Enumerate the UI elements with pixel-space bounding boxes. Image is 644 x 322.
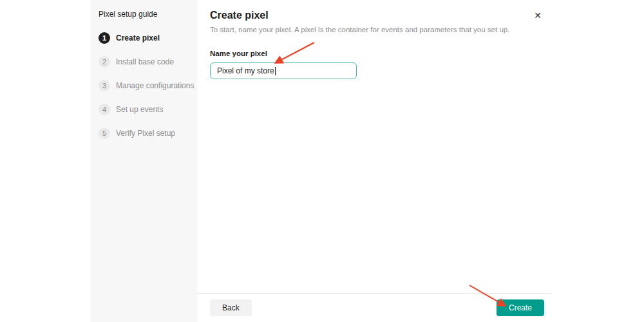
- pixel-name-label: Name your pixel: [210, 50, 539, 57]
- step-number-badge: 1: [99, 32, 110, 44]
- panel-description: To start, name your pixel. A pixel is th…: [210, 26, 539, 33]
- setup-steps-sidebar: Pixel setup guide 1 Create pixel 2 Insta…: [90, 0, 197, 322]
- pixel-setup-modal: Pixel setup guide 1 Create pixel 2 Insta…: [0, 0, 644, 322]
- step-label: Install base code: [116, 57, 174, 66]
- sidebar-step-verify-pixel-setup[interactable]: 5 Verify Pixel setup: [99, 128, 189, 139]
- step-number-badge: 4: [99, 104, 110, 115]
- step-number-badge: 2: [99, 56, 110, 68]
- text-caret: [275, 67, 276, 75]
- panel-footer: Back Create: [197, 293, 552, 322]
- panel-title: Create pixel: [210, 10, 539, 21]
- pixel-name-form: Name your pixel Pixel of my store: [197, 33, 552, 79]
- create-pixel-panel: Create pixel To start, name your pixel. …: [197, 0, 552, 322]
- back-button[interactable]: Back: [210, 299, 252, 316]
- create-button[interactable]: Create: [497, 299, 544, 316]
- step-label: Verify Pixel setup: [116, 129, 175, 138]
- close-icon[interactable]: ✕: [533, 10, 543, 21]
- sidebar-step-manage-configurations[interactable]: 3 Manage configurations: [99, 80, 189, 91]
- step-label: Set up events: [116, 105, 163, 114]
- pixel-name-input[interactable]: Pixel of my store: [210, 62, 357, 79]
- step-number-badge: 3: [99, 80, 110, 91]
- sidebar-step-set-up-events[interactable]: 4 Set up events: [99, 104, 189, 115]
- step-number-badge: 5: [99, 128, 110, 139]
- panel-header: Create pixel To start, name your pixel. …: [197, 0, 552, 33]
- sidebar-step-create-pixel[interactable]: 1 Create pixel: [99, 32, 189, 44]
- panel-body-spacer: [197, 79, 552, 293]
- sidebar-title: Pixel setup guide: [99, 10, 189, 19]
- pixel-name-value: Pixel of my store: [217, 66, 274, 75]
- sidebar-step-install-base-code[interactable]: 2 Install base code: [99, 56, 189, 68]
- step-label: Create pixel: [116, 33, 160, 43]
- step-label: Manage configurations: [116, 81, 194, 90]
